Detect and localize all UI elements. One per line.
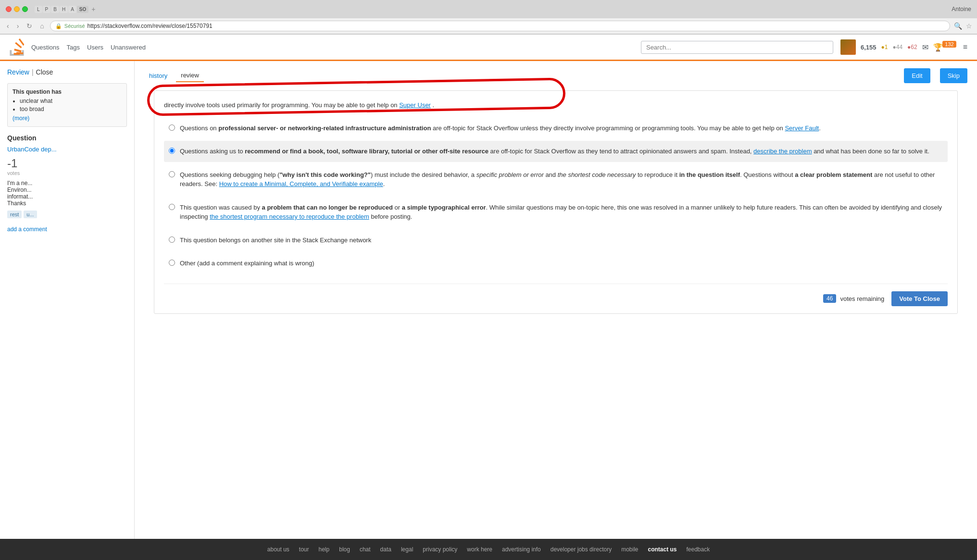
footer-mobile[interactable]: mobile [621, 546, 638, 553]
votes-remaining-count: 46 [823, 294, 836, 303]
radio-option-1[interactable]: Questions on professional server- or net… [164, 118, 948, 139]
footer-help[interactable]: help [319, 546, 330, 553]
lock-icon: 🔒 [55, 23, 62, 29]
dialog-intro: directly involve tools used primarily fo… [164, 98, 948, 111]
footer-advertising-info[interactable]: advertising info [502, 546, 541, 553]
footer-data[interactable]: data [380, 546, 391, 553]
radio-option-4[interactable]: This question was caused by a problem th… [164, 197, 948, 227]
secure-label: Sécurisé [64, 23, 85, 29]
review-link[interactable]: Review [7, 68, 29, 76]
footer-contact-us[interactable]: contact us [648, 546, 677, 553]
content-area: Review | Close This question has unclear… [0, 61, 977, 539]
option-5-label: This question belongs on another site in… [180, 236, 371, 245]
trophy-icon: 🏆 [933, 43, 943, 51]
inbox-icon-container[interactable]: ✉ [922, 43, 928, 52]
intro-text-end: . [433, 101, 435, 109]
review-current: Close [36, 68, 53, 76]
tags-container: rest u... [7, 211, 127, 218]
browser-tab[interactable]: B [51, 6, 59, 13]
nav-tags[interactable]: Tags [67, 44, 80, 51]
review-header: history review Edit Skip [144, 68, 967, 83]
browser-user: Antoine [952, 6, 971, 12]
bronze-badge: ●62 [907, 44, 917, 50]
edit-button[interactable]: Edit [904, 68, 930, 83]
footer-about-us[interactable]: about us [267, 546, 289, 553]
footer-blog[interactable]: blog [339, 546, 350, 553]
user-avatar[interactable] [840, 39, 856, 55]
browser-tab[interactable]: A [68, 6, 76, 13]
main-nav: Questions Tags Users Unanswered [31, 44, 634, 51]
home-button[interactable]: ⌂ [38, 21, 46, 31]
browser-tabs: L P B H A SO + [35, 5, 949, 13]
search-input[interactable] [641, 41, 833, 54]
tag-rest[interactable]: rest [7, 211, 22, 218]
review-sidebar: Review | Close This question has unclear… [0, 61, 135, 539]
radio-input-5[interactable] [169, 236, 175, 243]
radio-option-6[interactable]: Other (add a comment explaining what is … [164, 253, 948, 274]
add-comment-link[interactable]: add a comment [7, 226, 47, 233]
close-reason-list: unclear what too broad [13, 98, 122, 112]
tab-history[interactable]: history [144, 70, 172, 82]
user-reputation: 6,155 [861, 44, 877, 51]
right-panel: history review Edit Skip directly involv… [135, 61, 977, 539]
browser-tab-active[interactable]: SO [77, 6, 88, 13]
achievements-icon-container[interactable]: 🏆 132 [933, 43, 958, 52]
menu-icon[interactable]: ≡ [963, 43, 967, 51]
site-footer: about us tour help blog chat data legal … [0, 539, 977, 560]
nav-unanswered[interactable]: Unanswered [111, 44, 146, 51]
browser-tab[interactable]: P [43, 6, 51, 13]
back-button[interactable]: ‹ [5, 21, 11, 31]
super-user-link[interactable]: Super User [399, 101, 431, 109]
maximize-window-button[interactable] [22, 6, 28, 12]
server-fault-link[interactable]: Server Fault [785, 124, 819, 132]
close-reason-title: This question has [13, 88, 122, 95]
radio-option-3[interactable]: Questions seeking debugging help ("why i… [164, 164, 948, 195]
shortest-program-link[interactable]: the shortest program necessary to reprod… [210, 213, 369, 220]
radio-input-2[interactable] [169, 148, 175, 154]
footer-developer-jobs[interactable]: developer jobs directory [551, 546, 612, 553]
radio-option-5[interactable]: This question belongs on another site in… [164, 230, 948, 251]
tag-u[interactable]: u... [24, 211, 37, 218]
footer-tour[interactable]: tour [299, 546, 309, 553]
footer-chat[interactable]: chat [360, 546, 371, 553]
forward-button[interactable]: › [15, 21, 21, 31]
close-window-button[interactable] [6, 6, 12, 12]
option-4-label: This question was caused by a problem th… [180, 203, 943, 222]
footer-feedback[interactable]: feedback [687, 546, 710, 553]
footer-legal[interactable]: legal [401, 546, 413, 553]
reload-button[interactable]: ↻ [25, 21, 34, 31]
notification-badge: 132 [942, 41, 956, 48]
footer-work-here[interactable]: work here [467, 546, 492, 553]
skip-button[interactable]: Skip [940, 68, 967, 83]
nav-users[interactable]: Users [87, 44, 103, 51]
radio-input-1[interactable] [169, 124, 175, 131]
site-logo[interactable] [10, 38, 24, 56]
radio-option-2[interactable]: Questions asking us to recommend or find… [164, 141, 948, 162]
close-dialog: directly involve tools used primarily fo… [154, 90, 958, 314]
intro-text-before: directly involve tools used primarily fo… [164, 101, 399, 109]
logo-icon [10, 38, 24, 56]
option-1-label: Questions on professional server- or net… [180, 124, 821, 133]
radio-input-3[interactable] [169, 171, 175, 177]
mcve-link[interactable]: How to create a Minimal, Complete, and V… [219, 180, 383, 187]
vote-to-close-button[interactable]: Vote To Close [891, 291, 948, 306]
gold-badge: ●1 [881, 44, 888, 50]
new-tab-button[interactable]: + [91, 5, 95, 13]
browser-tab[interactable]: H [60, 6, 68, 13]
header-right: 6,155 ●1 ●44 ●62 ✉ 🏆 132 ≡ [840, 39, 967, 55]
tab-review[interactable]: review [176, 69, 204, 82]
minimize-window-button[interactable] [14, 6, 20, 12]
describe-problem-link[interactable]: describe the problem [753, 148, 812, 155]
radio-input-6[interactable] [169, 260, 175, 266]
footer-privacy-policy[interactable]: privacy policy [423, 546, 457, 553]
browser-tab[interactable]: L [35, 6, 42, 13]
radio-input-4[interactable] [169, 204, 175, 210]
review-breadcrumb: Review | Close [7, 68, 127, 76]
address-bar[interactable]: 🔒 Sécurisé https://stackoverflow.com/rev… [50, 21, 950, 31]
more-link[interactable]: (more) [13, 115, 122, 122]
site-header: Questions Tags Users Unanswered 6,155 ●1… [0, 35, 977, 61]
star-icon[interactable]: ☆ [966, 22, 972, 30]
close-reason-box: This question has unclear what too broad… [7, 83, 127, 127]
question-link[interactable]: UrbanCode dep... [7, 146, 57, 153]
nav-questions[interactable]: Questions [31, 44, 60, 51]
